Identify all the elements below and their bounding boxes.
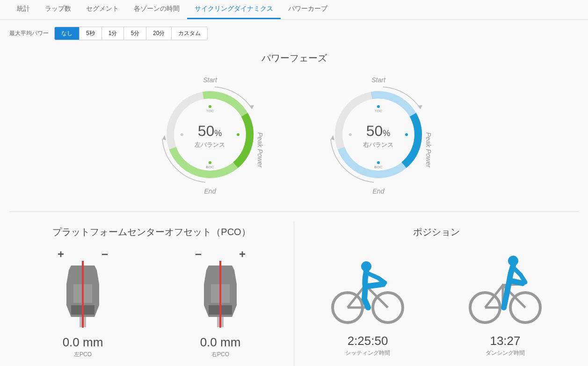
left-balance-label: 左バランス	[195, 141, 225, 149]
pco-right: − + 0.0 mm 右PCO	[152, 248, 289, 359]
powerphase-gauges: Start End TDC BDC Peak Power 50% 左バランス	[9, 74, 579, 212]
seated-value: 2:25:50	[299, 334, 436, 348]
svg-point-3	[181, 133, 183, 136]
tab-bar: 統計 ラップ数 セグメント 各ゾーンの時間 サイクリングダイナミクス パワーカー…	[0, 0, 588, 20]
svg-point-2	[209, 161, 211, 164]
left-balance-pct: %	[214, 129, 222, 138]
label-bdc: BDC	[374, 165, 382, 169]
powerphase-title: パワーフェーズ	[0, 52, 588, 65]
right-balance-pct: %	[383, 129, 390, 138]
svg-point-8	[377, 105, 380, 108]
tab-dynamics[interactable]: サイクリングダイナミクス	[187, 0, 281, 19]
pco-right-label: 右PCO	[152, 351, 289, 359]
svg-marker-5	[249, 105, 254, 109]
cyclist-seated-icon	[328, 248, 407, 327]
svg-point-1	[209, 105, 211, 108]
label-end: End	[204, 187, 216, 195]
bottom-section: プラットフォームセンターオフセット（PCO） + − 0.0 mm 左PCO	[9, 212, 579, 366]
standing-value: 13:27	[436, 334, 574, 348]
right-balance-value: 50	[366, 122, 383, 139]
left-balance-value: 50	[198, 122, 215, 139]
svg-marker-12	[418, 105, 422, 109]
filter-1m[interactable]: 1分	[102, 27, 124, 40]
label-tdc: TDC	[206, 109, 214, 113]
filter-custom[interactable]: カスタム	[172, 27, 207, 40]
svg-point-4	[237, 133, 240, 136]
label-start: Start	[371, 76, 386, 84]
avg-power-group: なし 5秒 1分 5分 20分 カスタム	[54, 27, 208, 40]
label-start: Start	[203, 76, 218, 84]
position-section: ポジション 2:25:50 シッティング時間	[294, 221, 579, 366]
pco-left-label: 左PCO	[14, 351, 152, 359]
cyclist-standing-icon	[465, 248, 545, 327]
tab-powercurve[interactable]: パワーカーブ	[281, 0, 335, 19]
pco-left-value: 0.0 mm	[14, 335, 152, 350]
pedal-right-icon	[195, 258, 246, 329]
tab-zones[interactable]: 各ゾーンの時間	[126, 0, 187, 19]
filter-row: 最大平均パワー なし 5秒 1分 5分 20分 カスタム	[0, 20, 588, 47]
filter-5m[interactable]: 5分	[124, 27, 146, 40]
position-seated: 2:25:50 シッティング時間	[299, 248, 436, 357]
label-tdc: TDC	[374, 109, 382, 113]
svg-marker-6	[162, 135, 166, 140]
pco-title: プラットフォームセンターオフセット（PCO）	[14, 226, 289, 238]
filter-none[interactable]: なし	[55, 27, 80, 40]
filter-label: 最大平均パワー	[9, 29, 49, 37]
filter-5s[interactable]: 5秒	[80, 27, 102, 40]
gauge-left: Start End TDC BDC Peak Power 50% 左バランス	[154, 74, 266, 197]
right-balance-label: 右バランス	[363, 141, 393, 149]
tab-stats[interactable]: 統計	[9, 0, 37, 19]
svg-point-9	[377, 161, 380, 164]
filter-20m[interactable]: 20分	[146, 27, 172, 40]
pco-left: + − 0.0 mm 左PCO	[14, 248, 152, 359]
seated-label: シッティング時間	[299, 349, 436, 357]
pedal-left-icon	[57, 258, 109, 329]
standing-label: ダンシング時間	[436, 349, 574, 357]
label-bdc: BDC	[206, 165, 214, 169]
pco-section: プラットフォームセンターオフセット（PCO） + − 0.0 mm 左PCO	[9, 221, 294, 366]
tab-laps[interactable]: ラップ数	[37, 0, 79, 19]
tab-segments[interactable]: セグメント	[79, 0, 126, 19]
label-end: End	[372, 187, 385, 195]
position-standing: 13:27 ダンシング時間	[436, 248, 574, 357]
gauge-right: Start End TDC BDC Peak Power 50% 右バランス	[322, 74, 435, 197]
pco-right-value: 0.0 mm	[152, 335, 289, 350]
position-title: ポジション	[299, 226, 574, 238]
svg-marker-13	[331, 135, 334, 140]
svg-point-11	[405, 133, 408, 136]
svg-point-10	[349, 133, 352, 136]
label-peak: Peak Power	[256, 132, 264, 168]
label-peak: Peak Power	[425, 132, 432, 168]
